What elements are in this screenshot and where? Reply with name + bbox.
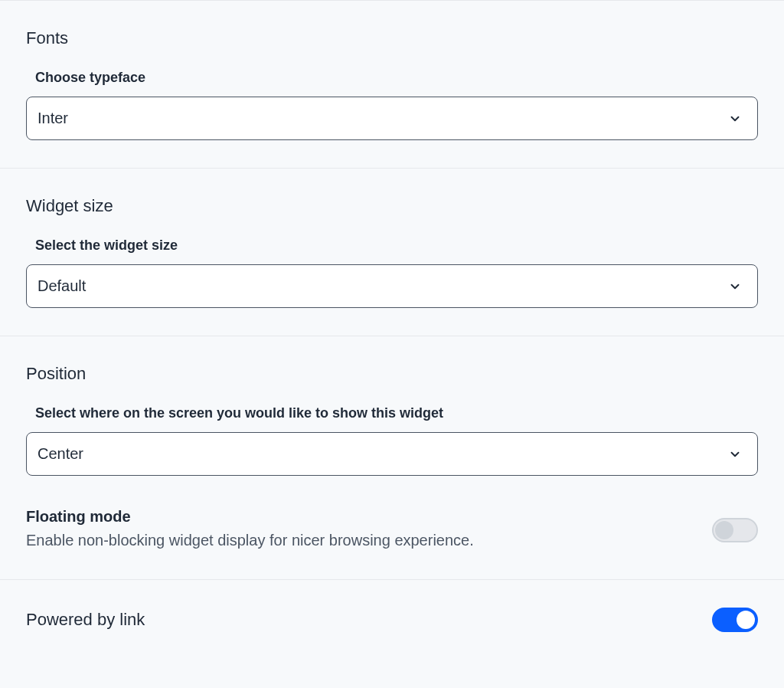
chevron-down-icon xyxy=(728,280,742,293)
toggle-knob xyxy=(715,521,733,539)
floating-mode-title: Floating mode xyxy=(26,508,697,526)
typeface-field-label: Choose typeface xyxy=(35,70,758,86)
typeface-select-value: Inter xyxy=(38,110,68,127)
powered-by-title: Powered by link xyxy=(26,610,145,630)
powered-by-toggle[interactable] xyxy=(712,608,758,632)
position-section-title: Position xyxy=(26,364,758,384)
fonts-section: Fonts Choose typeface Inter xyxy=(0,0,784,168)
widget-size-select-value: Default xyxy=(38,277,86,295)
powered-by-row: Powered by link xyxy=(26,608,758,632)
chevron-down-icon xyxy=(728,447,742,461)
widget-size-field-label: Select the widget size xyxy=(35,238,758,254)
floating-mode-toggle[interactable] xyxy=(712,518,758,542)
powered-by-section: Powered by link xyxy=(0,579,784,660)
position-section: Position Select where on the screen you … xyxy=(0,336,784,579)
widget-size-section: Widget size Select the widget size Defau… xyxy=(0,168,784,336)
position-select[interactable]: Center xyxy=(26,432,758,476)
typeface-select[interactable]: Inter xyxy=(26,97,758,140)
widget-size-select[interactable]: Default xyxy=(26,264,758,308)
toggle-knob xyxy=(737,611,755,629)
position-select-value: Center xyxy=(38,445,83,463)
floating-mode-row: Floating mode Enable non-blocking widget… xyxy=(26,508,758,552)
position-field-label: Select where on the screen you would lik… xyxy=(35,405,758,421)
fonts-section-title: Fonts xyxy=(26,28,758,48)
widget-size-section-title: Widget size xyxy=(26,196,758,216)
floating-mode-text: Floating mode Enable non-blocking widget… xyxy=(26,508,697,552)
chevron-down-icon xyxy=(728,112,742,126)
floating-mode-description: Enable non-blocking widget display for n… xyxy=(26,529,697,552)
